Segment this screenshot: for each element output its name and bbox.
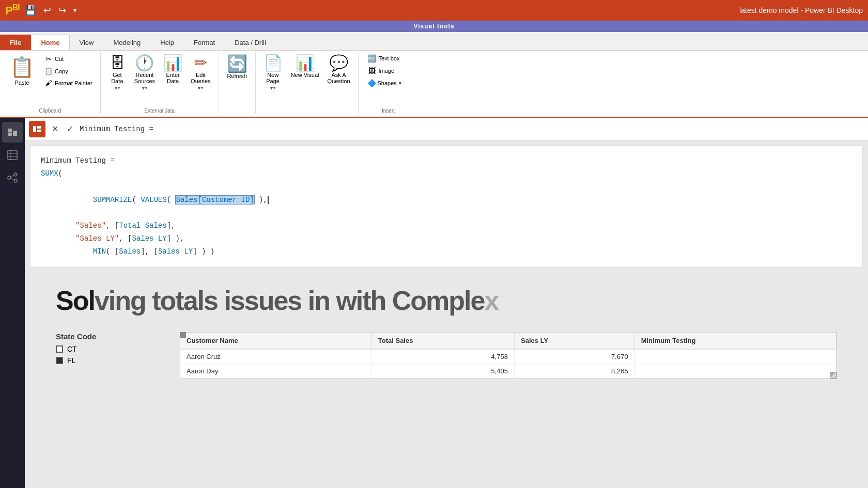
edit-queries-dropdown-icon[interactable]: ▾ bbox=[198, 85, 203, 91]
tab-help[interactable]: Help bbox=[150, 35, 184, 50]
dax-line-6: MIN( [Sales], [Sales LY] ) ) bbox=[41, 245, 852, 258]
cut-icon: ✂ bbox=[44, 55, 53, 63]
tab-format[interactable]: Format bbox=[184, 35, 225, 50]
dax-highlight-sales-customer-id: Sales[Customer ID] bbox=[175, 195, 254, 204]
table-header: Customer Name Total Sales Sales LY Minim… bbox=[180, 333, 836, 349]
refresh-button[interactable]: 🔄 Refresh bbox=[223, 53, 251, 82]
refresh-group: 🔄 Refresh bbox=[219, 53, 256, 114]
edit-queries-button[interactable]: ✏ EditQueries ▾ bbox=[187, 53, 214, 93]
table-row: Aaron Cruz 4,758 7,670 bbox=[180, 349, 836, 364]
get-data-label: GetData bbox=[111, 72, 123, 84]
paste-button[interactable]: 📋 Paste bbox=[4, 53, 40, 89]
tab-home[interactable]: Home bbox=[31, 35, 69, 50]
get-data-dropdown-icon[interactable]: ▾ bbox=[115, 85, 120, 91]
recent-sources-button[interactable]: 🕐 RecentSources ▾ bbox=[131, 53, 159, 93]
image-button[interactable]: 🖼 Image bbox=[363, 65, 414, 76]
copy-label: Copy bbox=[55, 68, 68, 74]
copy-button[interactable]: 📋 Copy bbox=[41, 65, 96, 77]
new-visual-button[interactable]: 📊 New Visual bbox=[287, 53, 323, 81]
nav-report[interactable] bbox=[2, 122, 23, 143]
external-data-group-label: External data bbox=[105, 106, 214, 114]
cell-min-testing-0 bbox=[634, 349, 836, 364]
formula-cancel-button[interactable]: ✕ bbox=[50, 122, 60, 136]
cell-min-testing-1 bbox=[634, 364, 836, 378]
svg-rect-12 bbox=[33, 126, 36, 132]
dax-line-2: SUMX( bbox=[41, 167, 852, 180]
ask-question-button[interactable]: 💬 Ask AQuestion bbox=[323, 53, 353, 87]
format-painter-icon: 🖌 bbox=[44, 79, 53, 87]
shapes-button[interactable]: 🔷 Shapes ▾ bbox=[363, 77, 414, 89]
pages-content: 📄 NewPage ▾ 📊 New Visual 💬 Ask AQuestion bbox=[260, 53, 354, 105]
svg-point-9 bbox=[14, 179, 17, 182]
tab-datadrill[interactable]: Data / Drill bbox=[225, 35, 276, 50]
data-table: Customer Name Total Sales Sales LY Minim… bbox=[180, 333, 836, 379]
save-icon[interactable]: 💾 bbox=[23, 4, 38, 17]
edit-queries-icon: ✏ bbox=[194, 55, 207, 71]
visual-tools-label: Visual tools bbox=[413, 23, 454, 30]
title-divider bbox=[85, 5, 85, 15]
ct-checkbox[interactable] bbox=[56, 345, 63, 353]
clipboard-content: 📋 Paste ✂ Cut 📋 Copy 🖌 Format Pai bbox=[4, 53, 96, 105]
external-data-group: 🗄 GetData ▾ 🕐 RecentSources ▾ 📊 EnterDat… bbox=[101, 53, 219, 114]
title-bar: PBI 💾 ↩ ↪ ▾ latest demo model - Power BI… bbox=[0, 0, 868, 21]
enter-data-button[interactable]: 📊 EnterData bbox=[160, 53, 186, 87]
tab-modeling[interactable]: Modeling bbox=[103, 35, 150, 50]
formula-input[interactable] bbox=[80, 125, 864, 133]
get-data-icon: 🗄 bbox=[110, 55, 125, 71]
shapes-dropdown-icon[interactable]: ▾ bbox=[399, 81, 401, 86]
fl-checkbox[interactable] bbox=[56, 357, 63, 364]
slide-title: Solving totals issues in with Complex bbox=[25, 273, 868, 327]
cell-name-1: Aaron Day bbox=[180, 364, 371, 378]
format-painter-button[interactable]: 🖌 Format Painter bbox=[41, 77, 96, 89]
table-body: Aaron Cruz 4,758 7,670 Aaron Day 5,405 8… bbox=[180, 349, 836, 379]
paste-label: Paste bbox=[14, 80, 29, 86]
app-logo: PBI bbox=[5, 3, 20, 18]
dax-line-1: Minimum Testing = bbox=[41, 154, 852, 167]
edit-queries-label: EditQueries bbox=[191, 72, 211, 84]
text-box-label: Text box bbox=[379, 55, 400, 61]
cell-total-sales-0: 4,758 bbox=[371, 349, 514, 364]
text-box-button[interactable]: 🔤 Text box bbox=[363, 53, 414, 64]
slide-title-text: Solving totals issues in with Complex bbox=[56, 286, 498, 316]
get-data-button[interactable]: 🗄 GetData ▾ bbox=[105, 53, 130, 93]
col-minimum-testing: Minimum Testing bbox=[634, 333, 836, 349]
col-total-sales: Total Sales bbox=[371, 333, 514, 349]
redo-icon[interactable]: ↪ bbox=[56, 4, 68, 17]
recent-sources-dropdown-icon[interactable]: ▾ bbox=[142, 85, 147, 91]
dax-editor[interactable]: Minimum Testing = SUMX( SUMMARIZE( VALUE… bbox=[30, 146, 863, 267]
undo-icon[interactable]: ↩ bbox=[41, 4, 53, 17]
state-item-ct: CT bbox=[56, 345, 159, 353]
svg-rect-1 bbox=[13, 131, 17, 136]
clipboard-group: 📋 Paste ✂ Cut 📋 Copy 🖌 Format Pai bbox=[0, 53, 101, 114]
tab-view[interactable]: View bbox=[70, 35, 104, 50]
insert-content: 🔤 Text box 🖼 Image 🔷 Shapes ▾ bbox=[363, 53, 414, 105]
svg-rect-13 bbox=[37, 126, 41, 129]
table-bottom-right-handle[interactable] bbox=[830, 372, 837, 379]
shapes-icon: 🔷 bbox=[367, 79, 377, 87]
quick-access-dropdown-icon[interactable]: ▾ bbox=[71, 6, 79, 15]
report-icon bbox=[7, 127, 18, 138]
ribbon: 📋 Paste ✂ Cut 📋 Copy 🖌 Format Pai bbox=[0, 51, 868, 118]
svg-rect-3 bbox=[8, 150, 17, 160]
tab-file[interactable]: File bbox=[0, 35, 31, 50]
new-page-dropdown-icon[interactable]: ▾ bbox=[270, 85, 275, 91]
cut-button[interactable]: ✂ Cut bbox=[41, 53, 96, 65]
state-code-section: State Code CT FL bbox=[56, 332, 159, 368]
formula-confirm-button[interactable]: ✓ bbox=[65, 122, 75, 136]
nav-table[interactable] bbox=[2, 145, 23, 165]
new-page-button[interactable]: 📄 NewPage ▾ bbox=[260, 53, 286, 93]
visual-tools-banner: Visual tools bbox=[0, 21, 868, 32]
table-resize-handle[interactable] bbox=[180, 332, 186, 338]
dax-cursor bbox=[268, 196, 269, 204]
col-sales-ly: Sales LY bbox=[515, 333, 635, 349]
ct-label: CT bbox=[67, 345, 77, 353]
pages-group: 📄 NewPage ▾ 📊 New Visual 💬 Ask AQuestion bbox=[256, 53, 359, 114]
image-label: Image bbox=[379, 68, 395, 74]
text-box-icon: 🔤 bbox=[367, 54, 377, 62]
insert-buttons-col: 🔤 Text box 🖼 Image 🔷 Shapes ▾ bbox=[363, 53, 414, 89]
svg-rect-14 bbox=[37, 130, 41, 132]
dax-line-4: "Sales", [Total Sales], bbox=[41, 219, 852, 232]
fl-label: FL bbox=[67, 356, 75, 365]
nav-model[interactable] bbox=[2, 167, 23, 188]
col-customer-name: Customer Name bbox=[180, 333, 371, 349]
